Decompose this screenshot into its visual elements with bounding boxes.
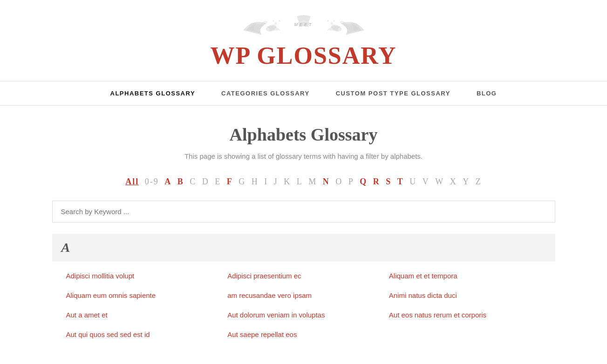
table-row: Aut a amet etAut dolorum veniam in volup… (61, 305, 546, 325)
svg-point-4 (273, 20, 274, 22)
alphabet-filter-item[interactable]: E (213, 176, 222, 187)
alphabet-filter-item[interactable]: A (163, 176, 173, 187)
term-cell (384, 325, 546, 344)
term-cell: Adipisci mollitia volupt (61, 266, 223, 286)
alphabet-filter-item[interactable]: H (250, 176, 260, 187)
svg-point-9 (333, 20, 335, 22)
alphabet-filter: All 0-9 A B C D E F G H I J K L M N O P … (52, 177, 555, 187)
term-link[interactable]: Adipisci praesentium ec (227, 272, 301, 280)
alphabet-filter-item[interactable]: M (307, 176, 318, 187)
term-link[interactable]: Aliquam eum omnis sapiente (66, 291, 156, 299)
term-link[interactable]: Animi natus dicta duci (389, 291, 457, 299)
alphabet-filter-item[interactable]: P (347, 176, 355, 187)
logo-ornament-svg: MEET (239, 14, 369, 47)
term-link[interactable]: Aut a amet et (66, 311, 108, 319)
term-cell: Aliquam eum omnis sapiente (61, 286, 223, 305)
alphabet-filter-item[interactable]: L (295, 176, 304, 187)
alphabet-filter-item[interactable]: X (449, 176, 458, 187)
alphabet-filter-item[interactable]: I (263, 176, 269, 187)
alphabet-filter-item[interactable]: Q (358, 176, 368, 187)
alphabet-filter-item[interactable]: F (225, 176, 234, 187)
alphabet-filter-item[interactable]: Y (461, 176, 471, 187)
page-wrapper: MEET WP GLOSSARY ALPHABETS GLOSSARYCATEG… (0, 0, 607, 364)
term-cell: Adipisci praesentium ec (223, 266, 384, 286)
table-row: Adipisci mollitia voluptAdipisci praesen… (61, 266, 546, 286)
alphabet-filter-item[interactable]: O (334, 176, 344, 187)
page-subtitle: This page is showing a list of glossary … (52, 152, 555, 160)
page-title: Alphabets Glossary (52, 124, 555, 145)
term-link[interactable]: Adipisci mollitia volupt (66, 272, 135, 280)
alphabet-filter-item[interactable]: All (124, 176, 140, 187)
search-input[interactable] (52, 201, 555, 222)
svg-point-7 (330, 22, 333, 25)
term-cell: Aut dolorum veniam in voluptas (223, 305, 384, 325)
alphabet-filter-item[interactable]: Z (474, 176, 483, 187)
term-grid: Adipisci mollitia voluptAdipisci praesen… (52, 262, 555, 354)
alphabet-filter-item[interactable]: W (434, 176, 445, 187)
alphabet-filter-item[interactable]: V (421, 176, 431, 187)
term-cell: Aut eos natus rerum et corporis (384, 305, 546, 325)
term-cell: Animi natus dicta duci (384, 286, 546, 305)
term-cell: am recusandae vero ipsam (223, 286, 384, 305)
glossary-sections: AAdipisci mollitia voluptAdipisci praese… (52, 234, 555, 354)
term-link[interactable]: am recusandae vero ipsam (227, 291, 312, 299)
alphabet-filter-item[interactable]: T (396, 176, 405, 187)
alphabet-filter-item[interactable]: S (384, 176, 393, 187)
nav-link[interactable]: BLOG (464, 81, 510, 105)
term-cell: Aut a amet et (61, 305, 223, 325)
svg-point-8 (327, 20, 329, 22)
alphabet-filter-item[interactable]: 0-9 (143, 176, 160, 187)
svg-text:MEET: MEET (294, 22, 313, 27)
main-content: Alphabets Glossary This page is showing … (24, 106, 583, 364)
nav-link[interactable]: CATEGORIES GLOSSARY (208, 81, 323, 105)
alphabet-filter-item[interactable]: R (372, 176, 382, 187)
site-header: MEET WP GLOSSARY (0, 0, 607, 73)
alphabet-filter-item[interactable]: D (201, 176, 211, 187)
term-link[interactable]: Aut saepe repellat eos (227, 330, 297, 338)
alphabet-filter-item[interactable]: U (408, 176, 418, 187)
alphabet-filter-item[interactable]: G (237, 176, 247, 187)
nav-link[interactable]: CUSTOM POST TYPE GLOSSARY (323, 81, 464, 105)
svg-point-2 (274, 22, 277, 25)
term-link[interactable]: Aut qui quos sed sed est id (66, 330, 150, 338)
term-link[interactable]: Aliquam et et tempora (389, 272, 457, 280)
logo-ornament-container: MEET (9, 14, 598, 47)
site-nav: ALPHABETS GLOSSARYCATEGORIES GLOSSARYCUS… (0, 81, 607, 106)
section-letter: A (61, 240, 70, 255)
alphabet-filter-item[interactable]: C (188, 176, 198, 187)
section-header: A (52, 234, 555, 262)
term-link[interactable]: Aut dolorum veniam in voluptas (227, 311, 325, 319)
term-cell: Aut saepe repellat eos (223, 325, 384, 344)
table-row: Aut qui quos sed sed est idAut saepe rep… (61, 325, 546, 344)
logo-title: WP GLOSSARY (9, 44, 598, 68)
alphabet-filter-item[interactable]: N (321, 176, 331, 187)
alphabet-filter-item[interactable]: B (176, 176, 185, 187)
nav-link[interactable]: ALPHABETS GLOSSARY (97, 81, 209, 105)
alphabet-filter-item[interactable]: K (282, 176, 292, 187)
table-row: Aliquam eum omnis sapienteam recusandae … (61, 286, 546, 305)
term-cell: Aliquam et et tempora (384, 266, 546, 286)
alphabet-filter-item[interactable]: J (273, 176, 280, 187)
svg-point-3 (279, 20, 280, 22)
nav-list: ALPHABETS GLOSSARYCATEGORIES GLOSSARYCUS… (0, 81, 607, 105)
term-link[interactable]: Aut eos natus rerum et corporis (389, 311, 486, 319)
term-cell: Aut qui quos sed sed est id (61, 325, 223, 344)
